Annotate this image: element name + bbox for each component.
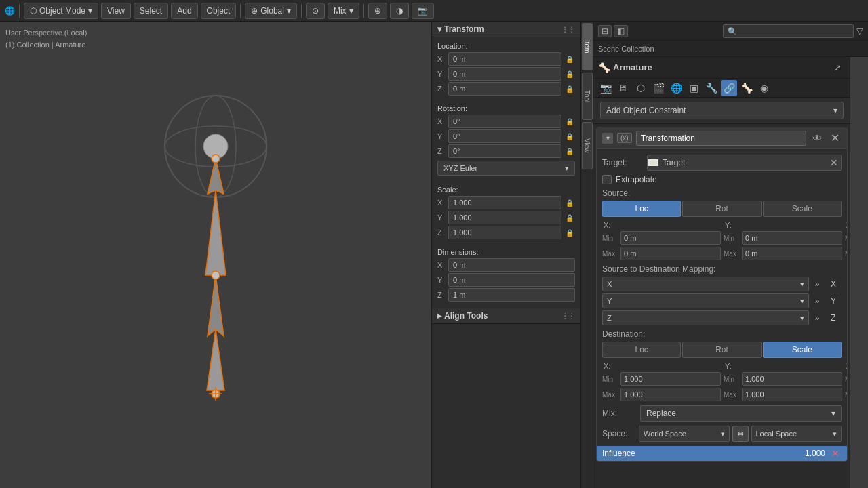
tab-modifier-icon[interactable]: 🔧 — [703, 80, 719, 96]
tab-scene-icon[interactable]: 🎬 — [650, 80, 667, 96]
source-z-min-label: Min — [845, 235, 848, 242]
dim-z-input[interactable] — [448, 288, 575, 302]
mapping-x-source-dropdown[interactable]: X ▾ — [602, 277, 809, 291]
source-y-min-input[interactable] — [742, 231, 842, 245]
space-to-dropdown[interactable]: Local Space ▾ — [751, 426, 842, 442]
rotation-mode-label: XYZ Euler — [443, 164, 477, 172]
tab-view[interactable]: View — [582, 122, 593, 169]
mapping-y-row: Y ▾ » Y — [602, 293, 842, 308]
target-clear-icon[interactable]: ✕ — [827, 157, 841, 168]
tab-tool[interactable]: Tool — [582, 73, 593, 120]
dim-y-input[interactable] — [448, 273, 575, 287]
extrapolate-checkbox[interactable] — [602, 175, 612, 184]
mix-chevron-icon: ▾ — [349, 6, 353, 16]
scale-x-lock-icon[interactable]: 🔒 — [564, 197, 575, 208]
dest-scale-tab[interactable]: Scale — [763, 342, 842, 358]
source-y-max-input[interactable] — [742, 247, 842, 260]
add-constraint-button[interactable]: Add Object Constraint ▾ — [600, 102, 844, 119]
tab-object-icon[interactable]: ▣ — [686, 80, 702, 96]
source-loc-tab[interactable]: Loc — [602, 201, 681, 217]
rot-y-lock-icon[interactable]: 🔒 — [564, 131, 575, 142]
object-menu[interactable]: Object — [201, 3, 237, 19]
mapping-z-source-dropdown[interactable]: Z ▾ — [602, 310, 809, 325]
tab-output-icon[interactable]: 🖥 — [615, 80, 631, 96]
scale-y-input[interactable] — [448, 211, 561, 224]
viewport-overlay[interactable]: ⊕ — [368, 3, 387, 19]
rot-y-input[interactable] — [448, 129, 561, 143]
loc-x-lock-icon[interactable]: 🔒 — [564, 54, 575, 64]
viewport-canvas[interactable] — [0, 22, 431, 488]
constraint-remove-icon[interactable]: ✕ — [828, 131, 842, 144]
tab-constraint-icon[interactable]: 🔗 — [721, 80, 737, 96]
outliner-search-input[interactable] — [723, 24, 854, 38]
tab-object-data-icon[interactable]: 🦴 — [738, 80, 755, 96]
dest-loc-tab[interactable]: Loc — [602, 342, 681, 358]
tab-item[interactable]: Item — [582, 23, 593, 70]
mix-mode[interactable]: Mix ▾ — [328, 3, 359, 19]
align-tools-header[interactable]: ▸ Align Tools ⋮⋮ — [432, 308, 580, 324]
viewport[interactable]: User Perspective (Local) (1) Collection … — [0, 22, 431, 488]
tab-view-layer-icon[interactable]: ⬡ — [633, 80, 649, 96]
source-x-max-input[interactable] — [620, 247, 721, 260]
mix-dropdown[interactable]: Replace ▾ — [640, 405, 842, 422]
constraint-collapse-button[interactable]: ▾ — [602, 133, 613, 144]
snap-toggle[interactable]: ⊙ — [306, 3, 325, 19]
loc-z-input[interactable] — [448, 82, 561, 96]
tab-render-icon[interactable]: 📷 — [597, 80, 614, 96]
constraint-name-input[interactable] — [636, 131, 806, 146]
source-z-max-row: Max — [845, 247, 848, 260]
constraint-visibility-icon[interactable]: 👁 — [810, 133, 824, 144]
loc-y-lock-icon[interactable]: 🔒 — [564, 68, 575, 79]
viewport-camera[interactable]: 📷 — [412, 3, 434, 19]
rot-x-lock-icon[interactable]: 🔒 — [564, 116, 575, 127]
view-menu[interactable]: View — [101, 3, 131, 19]
rot-x-input[interactable] — [448, 115, 561, 128]
panel-options-icon[interactable]: ⋮⋮ — [561, 26, 575, 33]
scale-x-input[interactable] — [448, 196, 561, 209]
dest-x-min-row: Min — [602, 372, 721, 386]
outliner-filter-icon[interactable]: ▽ — [856, 26, 863, 36]
align-tools-options-icon[interactable]: ⋮⋮ — [561, 312, 575, 320]
scale-z-input[interactable] — [448, 226, 561, 239]
mapping-y-source-dropdown[interactable]: Y ▾ — [602, 293, 809, 308]
transform-orientation[interactable]: ⊕ Global ▾ — [245, 3, 297, 19]
tab-world-icon[interactable]: 🌐 — [668, 80, 684, 96]
rotation-mode-dropdown[interactable]: XYZ Euler ▾ — [437, 161, 575, 176]
scale-y-lock-icon[interactable]: 🔒 — [564, 212, 575, 223]
rot-z-input[interactable] — [448, 144, 561, 158]
dim-x-input[interactable] — [448, 258, 575, 272]
dest-y-max-input[interactable] — [742, 388, 842, 401]
scale-z-lock-icon[interactable]: 🔒 — [564, 227, 575, 238]
target-object-input[interactable] — [658, 155, 827, 170]
dest-x-min-input[interactable] — [620, 372, 721, 386]
select-menu[interactable]: Select — [134, 3, 168, 19]
space-from-dropdown[interactable]: World Space ▾ — [639, 426, 730, 442]
location-label: Location: — [437, 40, 575, 52]
influence-reset-icon[interactable]: ✕ — [829, 448, 842, 459]
outliner-mode-icon[interactable]: ◧ — [614, 25, 628, 37]
add-menu[interactable]: Add — [171, 3, 197, 19]
loc-y-input[interactable] — [448, 67, 561, 81]
rot-z-lock-icon[interactable]: 🔒 — [564, 146, 575, 157]
loc-z-lock-icon[interactable]: 🔒 — [564, 83, 575, 94]
scene-collection-bar: Scene Collection — [593, 41, 868, 57]
source-rot-tab[interactable]: Rot — [682, 201, 761, 217]
dest-y-min-input[interactable] — [742, 372, 842, 386]
space-swap-button[interactable]: ⇔ — [732, 426, 749, 442]
outliner-display-icon[interactable]: ⊟ — [598, 25, 612, 37]
dest-rot-tab[interactable]: Rot — [682, 342, 761, 358]
source-x-min-input[interactable] — [620, 231, 721, 245]
separator-4 — [363, 4, 364, 18]
mode-selector[interactable]: ⬡ Object Mode ▾ — [24, 3, 98, 19]
mapping-x-row: X ▾ » X — [602, 277, 842, 291]
svg-point-14 — [650, 160, 656, 165]
dimensions-label: Dimensions: — [437, 246, 575, 258]
influence-row: Influence 1.000 ✕ — [597, 446, 847, 461]
dest-x-max-input[interactable] — [620, 388, 721, 401]
source-scale-tab[interactable]: Scale — [763, 201, 842, 217]
loc-x-input[interactable] — [448, 52, 561, 66]
viewport-shading[interactable]: ◑ — [390, 3, 409, 19]
tab-material-icon[interactable]: ◉ — [756, 80, 772, 96]
popout-button[interactable]: ↗ — [830, 60, 845, 75]
rot-z-label: Z — [437, 147, 446, 155]
